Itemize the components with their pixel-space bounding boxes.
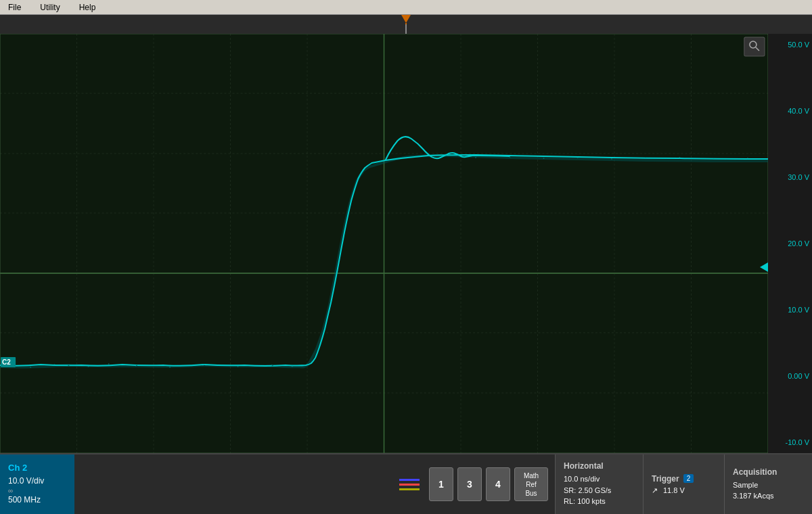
svg-point-36 <box>679 157 680 158</box>
svg-point-20 <box>30 367 31 368</box>
ch1-line-indicator <box>399 479 420 481</box>
channel-line-indicators <box>399 479 420 490</box>
scale-neg10v: -10.0 V <box>786 438 809 446</box>
svg-point-23 <box>108 363 110 365</box>
ch3-line-indicator <box>399 488 420 490</box>
scale-20v: 20.0 V <box>788 239 809 248</box>
scale-30v: 30.0 V <box>788 173 809 181</box>
status-bar: Ch 2 10.0 V/div ∞ 500 MHz 1 3 4 Math Ref… <box>0 453 812 514</box>
ch2-line-indicator <box>399 484 420 486</box>
svg-rect-46 <box>744 37 765 56</box>
acquisition-status: Acquisition Sample 3.187 kAcqs <box>724 454 812 514</box>
svg-point-31 <box>509 156 510 158</box>
spacer <box>74 454 392 514</box>
ch2-vdiv: 10.0 V/div <box>8 475 66 487</box>
horizontal-time-div: 10.0 ns/div <box>564 473 635 485</box>
scale-0v: 0.00 V <box>788 372 809 380</box>
trigger-channel-badge: 2 <box>683 474 694 483</box>
scope-display: C2 50.0 V 40.0 V 30.0 V 20.0 V 10.0 V 0.… <box>0 34 812 453</box>
acquisition-mode: Sample <box>733 480 804 491</box>
trigger-level: 11.8 V <box>663 486 685 494</box>
svg-point-38 <box>747 158 748 159</box>
horizontal-status: Horizontal 10.0 ns/div SR: 2.50 GS/s RL:… <box>555 454 643 514</box>
ch2-status[interactable]: Ch 2 10.0 V/div ∞ 500 MHz <box>0 454 74 514</box>
trigger-edge: ↗ <box>652 486 658 495</box>
svg-point-33 <box>577 157 579 158</box>
svg-point-37 <box>713 158 715 160</box>
svg-point-27 <box>238 366 239 367</box>
grid-area: C2 <box>0 34 768 453</box>
horizontal-record-length: RL: 100 kpts <box>564 496 635 507</box>
scale-10v: 10.0 V <box>788 306 809 314</box>
help-menu[interactable]: Help <box>76 1 99 14</box>
utility-menu[interactable]: Utility <box>37 1 62 14</box>
svg-point-34 <box>611 158 612 160</box>
acquisition-title: Acquisition <box>733 467 804 477</box>
horizontal-title: Horizontal <box>564 461 635 471</box>
svg-point-22 <box>88 366 89 367</box>
acquisition-rate: 3.187 kAcqs <box>733 490 804 502</box>
top-bar <box>0 15 812 34</box>
file-menu[interactable]: File <box>5 1 24 14</box>
svg-point-26 <box>203 364 204 365</box>
trigger-title: Trigger <box>652 474 679 484</box>
svg-point-32 <box>543 158 545 159</box>
svg-point-29 <box>291 365 293 367</box>
svg-point-30 <box>475 157 476 158</box>
ch2-icon: ∞ <box>8 487 66 494</box>
svg-point-21 <box>53 364 55 365</box>
scale-40v: 40.0 V <box>788 107 809 115</box>
ch4-button[interactable]: 4 <box>486 467 510 501</box>
ch2-bandwidth: 500 MHz <box>8 494 66 506</box>
svg-text:C2: C2 <box>2 358 11 366</box>
ch3-button[interactable]: 3 <box>457 467 482 501</box>
ch1-button[interactable]: 1 <box>429 467 453 501</box>
svg-point-35 <box>645 158 646 159</box>
trigger-status: Trigger 2 ↗ 11.8 V <box>643 454 724 514</box>
scale-50v: 50.0 V <box>788 41 809 49</box>
ch2-title: Ch 2 <box>8 463 66 473</box>
right-scale: 50.0 V 40.0 V 30.0 V 20.0 V 10.0 V 0.00 … <box>768 34 812 453</box>
channel-buttons: 1 3 4 Math Ref Bus <box>392 454 555 514</box>
math-ref-bus-button[interactable]: Math Ref Bus <box>514 467 548 501</box>
horizontal-sample-rate: SR: 2.50 GS/s <box>564 485 635 496</box>
trigger-header: Trigger 2 <box>652 474 716 484</box>
menu-bar: File Utility Help <box>0 0 812 15</box>
svg-point-25 <box>169 367 171 368</box>
